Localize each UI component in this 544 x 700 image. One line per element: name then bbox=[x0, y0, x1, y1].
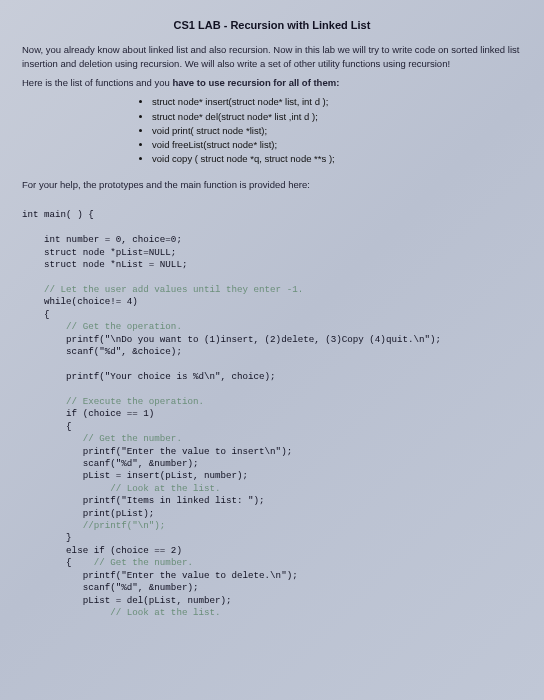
code-line: pList = insert(pList, number); bbox=[22, 470, 248, 481]
prototype-lead: For your help, the prototypes and the ma… bbox=[22, 178, 522, 191]
lead-plain: Here is the list of functions and you bbox=[22, 77, 173, 88]
code-line: else if (choice == 2) bbox=[22, 545, 182, 556]
code-comment: // Look at the list. bbox=[22, 607, 220, 618]
lead-bold: have to use recursion for all of them: bbox=[173, 77, 340, 88]
code-line: struct node *pList=NULL; bbox=[22, 247, 176, 258]
code-comment: // Get the number. bbox=[22, 433, 182, 444]
func-item-print: void print( struct node *list); bbox=[152, 124, 522, 137]
code-comment: // Get the operation. bbox=[22, 321, 182, 332]
code-line: printf("Your choice is %d\n", choice); bbox=[22, 371, 276, 382]
code-line: struct node *nList = NULL; bbox=[22, 259, 187, 270]
func-list-lead: Here is the list of functions and you ha… bbox=[22, 76, 522, 89]
code-line: scanf("%d", &choice); bbox=[22, 346, 182, 357]
code-line: printf("\nDo you want to (1)insert, (2)d… bbox=[22, 334, 441, 345]
code-comment: // Execute the operation. bbox=[22, 396, 204, 407]
code-line: printf("Enter the value to insert\n"); bbox=[22, 446, 292, 457]
code-line: print(pList); bbox=[22, 508, 154, 519]
code-line: pList = del(pList, number); bbox=[22, 595, 232, 606]
code-line: scanf("%d", &number); bbox=[22, 582, 198, 593]
code-line: int number = 0, choice=0; bbox=[22, 234, 182, 245]
code-line: { bbox=[22, 421, 72, 432]
code-line: scanf("%d", &number); bbox=[22, 458, 198, 469]
func-item-freelist: void freeList(struct node* list); bbox=[152, 138, 522, 151]
code-line: printf("Items in linked list: "); bbox=[22, 495, 265, 506]
code-line: printf("Enter the value to delete.\n"); bbox=[22, 570, 298, 581]
code-comment: // Look at the list. bbox=[22, 483, 220, 494]
doc-title: CS1 LAB - Recursion with Linked List bbox=[22, 18, 522, 33]
code-line: if (choice == 1) bbox=[22, 408, 154, 419]
code-line: while(choice!= 4) bbox=[22, 296, 138, 307]
code-comment: //printf("\n"); bbox=[22, 520, 165, 531]
func-item-copy: void copy ( struct node *q, struct node … bbox=[152, 152, 522, 165]
intro-paragraph: Now, you already know about linked list … bbox=[22, 43, 522, 70]
code-line: int main( ) { bbox=[22, 209, 94, 220]
func-item-insert: struct node* insert(struct node* list, i… bbox=[152, 95, 522, 108]
function-list: struct node* insert(struct node* list, i… bbox=[22, 95, 522, 165]
code-line: { bbox=[22, 309, 50, 320]
code-line: { // Get the number. bbox=[22, 557, 193, 568]
code-line: } bbox=[22, 532, 72, 543]
lab-document: CS1 LAB - Recursion with Linked List Now… bbox=[0, 0, 544, 619]
code-comment: // Let the user add values until they en… bbox=[22, 284, 303, 295]
code-block: int main( ) { int number = 0, choice=0; … bbox=[22, 197, 522, 619]
code-inline-comment: // Get the number. bbox=[94, 557, 193, 568]
func-item-del: struct node* del(struct node* list ,int … bbox=[152, 110, 522, 123]
